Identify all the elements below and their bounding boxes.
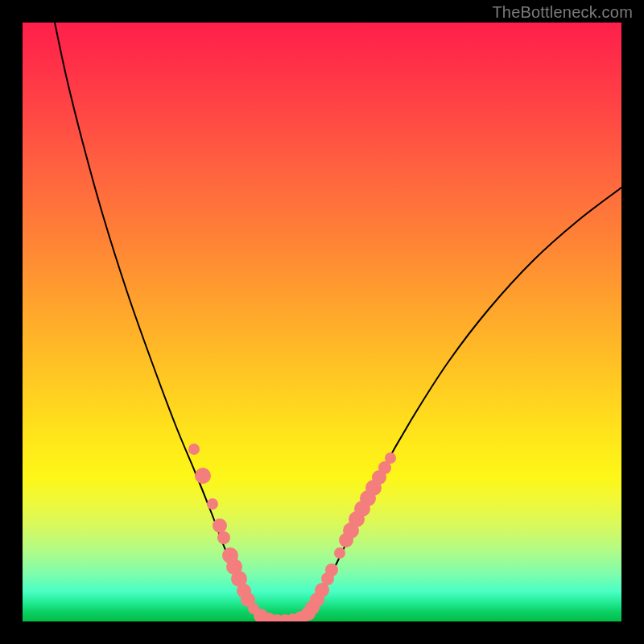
chart-svg [23, 23, 621, 621]
data-marker [213, 518, 227, 533]
data-marker [334, 547, 345, 559]
outer-frame: TheBottleneck.com [0, 0, 644, 644]
bottleneck-curve [55, 23, 621, 621]
data-marker [195, 468, 211, 484]
data-marker [325, 564, 338, 576]
data-marker [385, 452, 396, 464]
data-marker [217, 531, 230, 544]
data-marker [207, 498, 218, 510]
watermark-text: TheBottleneck.com [492, 3, 633, 22]
plot-area [23, 23, 621, 621]
data-marker [188, 444, 200, 455]
